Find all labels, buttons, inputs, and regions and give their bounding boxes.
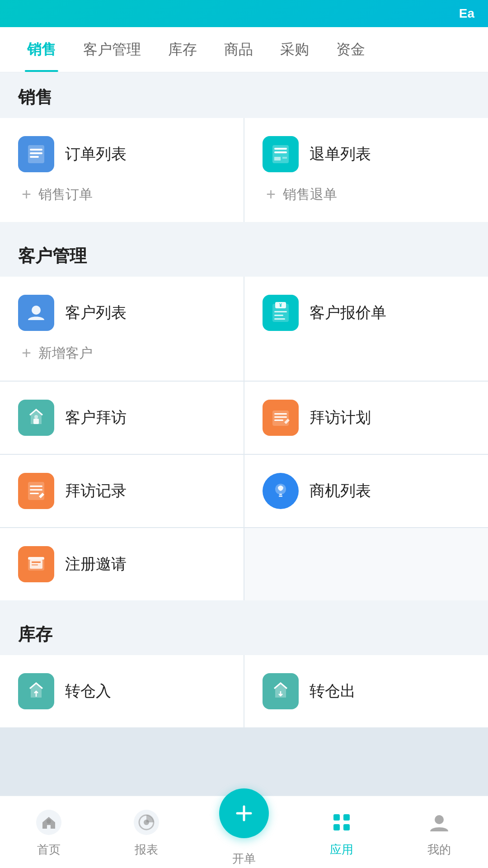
customer-visit-row: 客户拜访 xyxy=(18,400,225,436)
bottom-nav-home[interactable]: 首页 xyxy=(0,807,98,858)
app-label: 应用 xyxy=(330,842,353,858)
svg-rect-6 xyxy=(274,151,287,153)
svg-point-38 xyxy=(144,820,149,825)
main-content: 销售 订单列表 + 销 xyxy=(0,72,488,809)
visit-plan-row: 拜访计划 xyxy=(263,400,470,436)
transfer-out-icon xyxy=(263,673,299,709)
svg-rect-30 xyxy=(32,564,38,566)
opportunity-icon xyxy=(263,473,299,509)
svg-rect-20 xyxy=(28,482,44,500)
nav-tab-customer[interactable]: 客户管理 xyxy=(70,27,155,72)
svg-point-45 xyxy=(435,815,444,824)
nav-tab-finance[interactable]: 资金 xyxy=(323,27,379,72)
customer-quote-label: 客户报价单 xyxy=(310,302,386,323)
opportunity-label: 商机列表 xyxy=(310,481,371,501)
cell-transfer-out[interactable]: 转仓出 xyxy=(244,655,488,727)
cell-visit-plan[interactable]: 拜访计划 xyxy=(244,382,488,454)
section-title-sales: 销售 xyxy=(18,88,52,107)
customer-list-icon xyxy=(18,295,54,331)
order-list-icon xyxy=(18,136,54,172)
svg-rect-18 xyxy=(274,416,287,418)
order-list-row: 订单列表 xyxy=(18,136,225,172)
visit-record-row: 拜访记录 xyxy=(18,473,225,509)
section-title-customer: 客户管理 xyxy=(18,246,87,265)
svg-rect-12 xyxy=(274,315,283,316)
bottom-nav-app[interactable]: 应用 xyxy=(293,807,390,858)
report-label: 报表 xyxy=(135,842,158,858)
customer-grid: 客户列表 + 新增客户 ¥ xyxy=(0,277,488,600)
section-sales: 销售 订单列表 + 销 xyxy=(0,72,488,222)
cell-transfer-in[interactable]: 转仓入 xyxy=(0,655,244,727)
return-list-icon xyxy=(263,136,299,172)
report-icon xyxy=(131,807,162,838)
bottom-nav-add[interactable]: 开单 xyxy=(195,788,293,867)
cell-customer-list[interactable]: 客户列表 + 新增客户 xyxy=(0,277,244,381)
svg-rect-21 xyxy=(30,486,42,487)
transfer-out-label: 转仓出 xyxy=(310,681,356,702)
cell-customer-quote[interactable]: ¥ 客户报价单 xyxy=(244,277,488,381)
svg-rect-43 xyxy=(333,824,340,830)
return-list-label: 退单列表 xyxy=(310,144,371,165)
transfer-in-label: 转仓入 xyxy=(65,681,111,702)
add-customer-icon: + xyxy=(22,344,31,363)
svg-rect-42 xyxy=(343,814,350,821)
opportunity-row: 商机列表 xyxy=(263,473,470,509)
status-bar: Ea xyxy=(0,0,488,27)
add-customer[interactable]: + 新增客户 xyxy=(18,344,225,363)
section-header-sales: 销售 xyxy=(0,72,488,118)
add-label: 开单 xyxy=(232,851,256,867)
svg-rect-11 xyxy=(274,311,287,312)
svg-rect-23 xyxy=(30,493,39,494)
fab-add-button[interactable] xyxy=(219,788,269,838)
add-sales-order-label: 销售订单 xyxy=(38,185,93,204)
add-return-order[interactable]: + 销售退单 xyxy=(263,185,470,204)
svg-rect-19 xyxy=(274,420,283,421)
svg-rect-25 xyxy=(279,494,282,495)
inventory-grid: 转仓入 转仓出 xyxy=(0,655,488,809)
section-header-inventory: 库存 xyxy=(0,609,488,655)
svg-rect-29 xyxy=(32,561,41,563)
bottom-nav-mine[interactable]: 我的 xyxy=(390,807,488,858)
bottom-nav-report[interactable]: 报表 xyxy=(98,807,195,858)
cell-customer-visit[interactable]: 客户拜访 xyxy=(0,382,244,454)
svg-point-35 xyxy=(47,819,51,824)
nav-tab-sales[interactable]: 销售 xyxy=(14,27,70,72)
transfer-in-icon xyxy=(18,673,54,709)
nav-tabs: 销售 客户管理 库存 商品 采购 资金 xyxy=(0,27,488,72)
mine-icon xyxy=(423,807,455,838)
register-invite-icon xyxy=(18,546,54,582)
nav-tab-inventory[interactable]: 库存 xyxy=(155,27,211,72)
nav-tab-purchase[interactable]: 采购 xyxy=(267,27,323,72)
add-sales-order-icon: + xyxy=(22,185,31,204)
svg-rect-5 xyxy=(274,148,287,150)
app-icon xyxy=(326,807,357,838)
svg-point-7 xyxy=(32,306,41,315)
svg-rect-13 xyxy=(274,318,285,320)
customer-quote-row: ¥ 客户报价单 xyxy=(263,295,470,331)
svg-rect-3 xyxy=(30,156,39,158)
nav-tab-product[interactable]: 商品 xyxy=(211,27,267,72)
cell-order-list[interactable]: 订单列表 + 销售订单 xyxy=(0,118,244,222)
customer-visit-label: 客户拜访 xyxy=(65,407,127,428)
cell-opportunity-list[interactable]: 商机列表 xyxy=(244,455,488,527)
cell-return-list[interactable]: 退单列表 + 销售退单 xyxy=(244,118,488,222)
svg-rect-17 xyxy=(274,413,287,415)
cell-visit-record[interactable]: 拜访记录 xyxy=(0,455,244,527)
section-header-customer: 客户管理 xyxy=(0,231,488,277)
order-list-label: 订单列表 xyxy=(65,144,127,165)
svg-rect-44 xyxy=(343,824,350,830)
add-customer-label: 新增客户 xyxy=(38,344,93,363)
customer-quote-icon: ¥ xyxy=(263,295,299,331)
visit-plan-label: 拜访计划 xyxy=(310,407,371,428)
customer-visit-icon xyxy=(18,400,54,436)
mine-label: 我的 xyxy=(427,842,451,858)
cell-register-invite[interactable]: 注册邀请 xyxy=(0,528,244,600)
register-invite-label: 注册邀请 xyxy=(65,554,127,575)
customer-list-label: 客户列表 xyxy=(65,302,127,323)
section-customer-mgmt: 客户管理 客户列表 + 新增客户 xyxy=(0,231,488,600)
add-sales-order[interactable]: + 销售订单 xyxy=(18,185,225,204)
home-icon xyxy=(33,807,65,838)
return-list-row: 退单列表 xyxy=(263,136,470,172)
bottom-nav: 首页 报表 开单 xyxy=(0,796,488,868)
svg-rect-2 xyxy=(30,152,42,154)
